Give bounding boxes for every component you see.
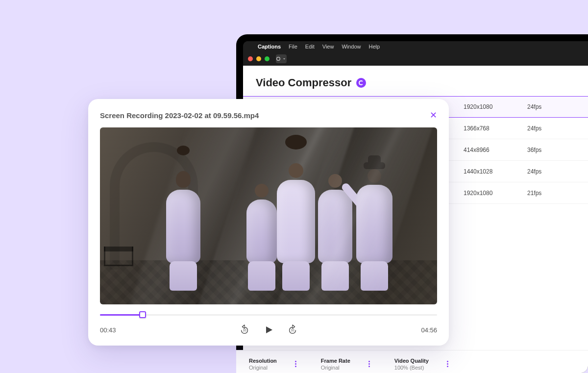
- setting-resolution-label: Resolution: [249, 358, 277, 364]
- svg-text:10: 10: [291, 328, 294, 332]
- setting-framerate: Frame Rate Original: [321, 358, 370, 371]
- setting-resolution-value: Original: [249, 365, 277, 371]
- menubar-item-help[interactable]: Help: [369, 44, 380, 50]
- window-titlebar: [243, 52, 588, 66]
- progress-bar[interactable]: [100, 311, 437, 318]
- file-fps: 24fps: [527, 168, 566, 175]
- app-header: Video Compressor: [243, 66, 588, 96]
- setting-framerate-value: Original: [321, 365, 350, 371]
- setting-quality-menu-icon[interactable]: [447, 361, 448, 367]
- menubar-app-name[interactable]: Captions: [258, 44, 281, 50]
- file-resolution: 1920x1080: [464, 103, 527, 110]
- progress-thumb[interactable]: [139, 311, 146, 318]
- svg-point-1: [277, 57, 280, 61]
- file-resolution: 414x8966: [464, 147, 527, 153]
- player-controls: 00:43 10 10 04:56: [100, 324, 437, 336]
- svg-text:10: 10: [243, 328, 246, 332]
- setting-framerate-label: Frame Rate: [321, 358, 350, 364]
- menubar-item-window[interactable]: Window: [342, 44, 361, 50]
- setting-quality: Video Quality 100% (Best): [394, 358, 448, 371]
- close-preview-button[interactable]: ✕: [430, 110, 437, 121]
- file-resolution: 1366x768: [464, 125, 527, 132]
- file-resolution: 1440x1028: [464, 168, 527, 175]
- menubar-item-view[interactable]: View: [322, 44, 334, 50]
- settings-bar: Resolution Original Frame Rate Original …: [243, 350, 588, 373]
- setting-quality-value: 100% (Best): [394, 365, 429, 371]
- file-resolution: 1920x1080: [464, 190, 527, 197]
- window-close-button[interactable]: [248, 56, 253, 61]
- forward-10-button[interactable]: 10: [287, 324, 298, 335]
- file-fps: 24fps: [527, 103, 566, 110]
- file-fps: 36fps: [527, 147, 566, 153]
- duration: 04:56: [408, 326, 437, 334]
- window-maximize-button[interactable]: [265, 56, 270, 61]
- app-tab[interactable]: [276, 54, 287, 63]
- macos-menubar: Captions File Edit View Window Help: [243, 41, 588, 52]
- file-fps: 21fps: [527, 190, 566, 197]
- traffic-lights: [248, 56, 270, 61]
- video-filename: Screen Recording 2023-02-02 at 09.59.56.…: [100, 111, 259, 120]
- app-logo-icon: [356, 78, 366, 88]
- file-fps: 24fps: [527, 125, 566, 132]
- play-button[interactable]: [263, 324, 274, 336]
- setting-quality-label: Video Quality: [394, 358, 429, 364]
- setting-framerate-menu-icon[interactable]: [368, 361, 370, 367]
- window-minimize-button[interactable]: [256, 56, 261, 61]
- video-preview-card: Screen Recording 2023-02-02 at 09.59.56.…: [88, 99, 449, 346]
- page-title: Video Compressor: [256, 76, 351, 89]
- menubar-item-file[interactable]: File: [289, 44, 297, 50]
- menubar-item-edit[interactable]: Edit: [305, 44, 315, 50]
- setting-resolution: Resolution Original: [249, 358, 296, 371]
- current-time: 00:43: [100, 326, 129, 334]
- setting-resolution-menu-icon[interactable]: [295, 361, 296, 367]
- video-frame[interactable]: [100, 127, 437, 304]
- rewind-10-button[interactable]: 10: [239, 324, 250, 335]
